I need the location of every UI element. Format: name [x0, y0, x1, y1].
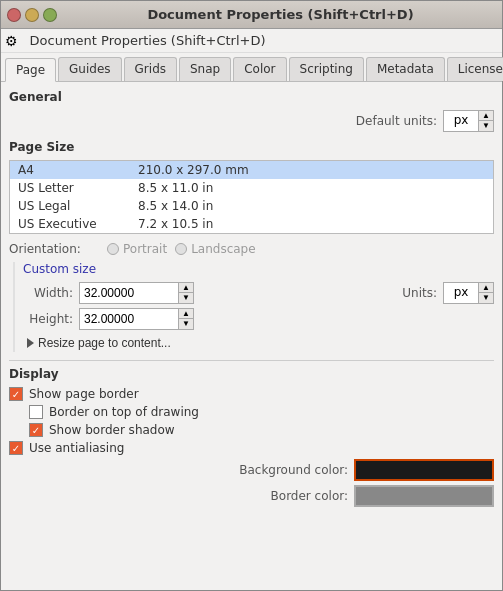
- default-units-label: Default units:: [356, 114, 437, 128]
- list-item[interactable]: US Legal 8.5 x 14.0 in: [10, 197, 493, 215]
- page-size-name: US Executive: [18, 217, 138, 231]
- default-units-value[interactable]: px: [443, 110, 479, 132]
- show-border-shadow-checkbox[interactable]: [29, 423, 43, 437]
- units-down[interactable]: ▼: [479, 293, 493, 303]
- default-units-row: Default units: px ▲ ▼: [9, 110, 494, 132]
- content-area: General Default units: px ▲ ▼ Page Size …: [1, 81, 502, 590]
- menu-document-properties[interactable]: Document Properties (Shift+Ctrl+D): [24, 31, 272, 50]
- tab-snap[interactable]: Snap: [179, 57, 231, 81]
- tab-grids[interactable]: Grids: [124, 57, 177, 81]
- width-up[interactable]: ▲: [179, 283, 193, 293]
- display-label: Display: [9, 367, 494, 381]
- minimize-button[interactable]: [25, 8, 39, 22]
- landscape-option[interactable]: Landscape: [175, 242, 255, 256]
- landscape-label: Landscape: [191, 242, 255, 256]
- orientation-row: Orientation: Portrait Landscape: [9, 242, 494, 256]
- page-size-dims: 210.0 x 297.0 mm: [138, 163, 249, 177]
- height-label: Height:: [23, 312, 73, 326]
- width-row: Width: ▲ ▼ Units: px ▲ ▼: [23, 282, 494, 304]
- units-up[interactable]: ▲: [479, 283, 493, 293]
- resize-to-content-button[interactable]: Resize page to content...: [23, 334, 175, 352]
- show-page-border-checkbox[interactable]: [9, 387, 23, 401]
- tab-color[interactable]: Color: [233, 57, 286, 81]
- units-value[interactable]: px: [443, 282, 479, 304]
- height-input[interactable]: [79, 308, 179, 330]
- use-antialiasing-checkbox[interactable]: [9, 441, 23, 455]
- portrait-radio[interactable]: [107, 243, 119, 255]
- show-border-shadow-row: Show border shadow: [29, 423, 494, 437]
- list-item[interactable]: US Executive 7.2 x 10.5 in: [10, 215, 493, 233]
- border-color-label: Border color:: [271, 489, 348, 503]
- menu-bar: ⚙ Document Properties (Shift+Ctrl+D): [1, 29, 502, 53]
- display-section: Display Show page border Border on top o…: [9, 367, 494, 507]
- title-bar: Document Properties (Shift+Ctrl+D): [1, 1, 502, 29]
- border-color-swatch[interactable]: [354, 485, 494, 507]
- border-on-top-label: Border on top of drawing: [49, 405, 199, 419]
- width-spinner: ▲ ▼: [79, 282, 194, 304]
- units-label: Units:: [402, 286, 437, 300]
- show-page-border-label: Show page border: [29, 387, 139, 401]
- tabs-bar: Page Guides Grids Snap Color Scripting M…: [1, 53, 502, 81]
- tab-guides[interactable]: Guides: [58, 57, 122, 81]
- width-down[interactable]: ▼: [179, 293, 193, 303]
- width-input[interactable]: [79, 282, 179, 304]
- page-size-name: US Legal: [18, 199, 138, 213]
- tab-page[interactable]: Page: [5, 58, 56, 82]
- list-item[interactable]: A4 210.0 x 297.0 mm: [10, 161, 493, 179]
- tab-license[interactable]: License: [447, 57, 503, 81]
- close-button[interactable]: [7, 8, 21, 22]
- page-size-dims: 8.5 x 14.0 in: [138, 199, 213, 213]
- portrait-label: Portrait: [123, 242, 167, 256]
- units-arrows: ▲ ▼: [479, 282, 494, 304]
- background-color-swatch[interactable]: [354, 459, 494, 481]
- portrait-option[interactable]: Portrait: [107, 242, 167, 256]
- general-label: General: [9, 90, 494, 104]
- units-spinner: px ▲ ▼: [443, 282, 494, 304]
- default-units-up[interactable]: ▲: [479, 111, 493, 121]
- main-window: Document Properties (Shift+Ctrl+D) ⚙ Doc…: [0, 0, 503, 591]
- page-size-name: US Letter: [18, 181, 138, 195]
- resize-btn-label: Resize page to content...: [38, 336, 171, 350]
- landscape-radio[interactable]: [175, 243, 187, 255]
- border-color-row: Border color:: [9, 485, 494, 507]
- border-on-top-checkbox[interactable]: [29, 405, 43, 419]
- page-size-list: A4 210.0 x 297.0 mm US Letter 8.5 x 11.0…: [9, 160, 494, 234]
- page-size-dims: 8.5 x 11.0 in: [138, 181, 213, 195]
- custom-size-title: Custom size: [23, 262, 494, 276]
- settings-icon: ⚙: [5, 33, 18, 49]
- divider: [9, 360, 494, 361]
- width-label: Width:: [23, 286, 73, 300]
- orientation-label: Orientation:: [9, 242, 99, 256]
- show-border-shadow-label: Show border shadow: [49, 423, 175, 437]
- background-color-label: Background color:: [239, 463, 348, 477]
- maximize-button[interactable]: [43, 8, 57, 22]
- page-size-label: Page Size: [9, 140, 494, 154]
- triangle-icon: [27, 338, 34, 348]
- window-title: Document Properties (Shift+Ctrl+D): [65, 7, 496, 22]
- height-up[interactable]: ▲: [179, 309, 193, 319]
- width-arrows: ▲ ▼: [179, 282, 194, 304]
- page-size-name: A4: [18, 163, 138, 177]
- page-size-dims: 7.2 x 10.5 in: [138, 217, 213, 231]
- height-arrows: ▲ ▼: [179, 308, 194, 330]
- background-color-row: Background color:: [9, 459, 494, 481]
- default-units-arrows: ▲ ▼: [479, 110, 494, 132]
- default-units-spinner: px ▲ ▼: [443, 110, 494, 132]
- custom-size-section: Custom size Width: ▲ ▼ Units: px ▲ ▼: [13, 262, 494, 352]
- tab-metadata[interactable]: Metadata: [366, 57, 445, 81]
- window-controls: [7, 8, 57, 22]
- height-row: Height: ▲ ▼: [23, 308, 494, 330]
- show-page-border-row: Show page border: [9, 387, 494, 401]
- use-antialiasing-label: Use antialiasing: [29, 441, 124, 455]
- border-on-top-row: Border on top of drawing: [29, 405, 494, 419]
- tab-scripting[interactable]: Scripting: [289, 57, 364, 81]
- height-spinner: ▲ ▼: [79, 308, 194, 330]
- default-units-down[interactable]: ▼: [479, 121, 493, 131]
- list-item[interactable]: US Letter 8.5 x 11.0 in: [10, 179, 493, 197]
- use-antialiasing-row: Use antialiasing: [9, 441, 494, 455]
- height-down[interactable]: ▼: [179, 319, 193, 329]
